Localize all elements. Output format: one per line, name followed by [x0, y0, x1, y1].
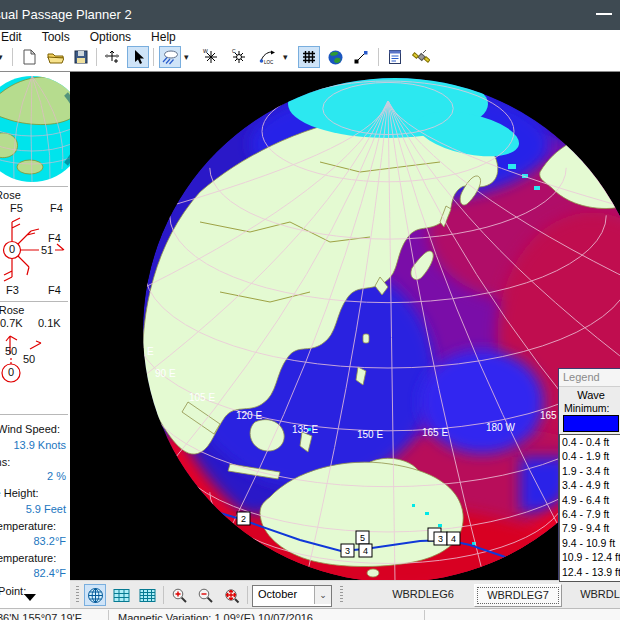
- svg-text:165 E: 165 E: [422, 427, 448, 438]
- status-position: 36'N 155°07.19'E: [0, 612, 82, 620]
- save-button[interactable]: [70, 46, 92, 68]
- wind-rose-icon: W: [202, 48, 220, 66]
- toolbar-overflow-chevron-icon[interactable]: ▾: [0, 52, 3, 62]
- route-line-icon: [353, 49, 369, 65]
- zoom-in-button[interactable]: [168, 584, 190, 606]
- minimize-button[interactable]: [596, 13, 612, 15]
- overview-globe[interactable]: [0, 74, 70, 186]
- stat-air-temp-value: 83.2°F: [0, 535, 66, 547]
- legend-range-item[interactable]: 0.4 - 0.4 ft: [562, 435, 620, 449]
- zoom-extents-button[interactable]: [220, 584, 242, 606]
- main-toolbar: ▾ ▾ W C LOC ▾: [0, 44, 620, 72]
- window-title: Visual Passage Planner 2: [0, 0, 620, 30]
- legend-range-item[interactable]: 6.4 - 7.9 ft: [562, 507, 620, 521]
- month-dropdown-chevron-icon[interactable]: ⌄: [314, 586, 331, 604]
- toolbar-separator: [378, 48, 379, 66]
- globe-grid-icon: [87, 587, 104, 604]
- legend-range-item[interactable]: 9.4 - 10.9 ft: [562, 536, 620, 550]
- new-document-button[interactable]: [18, 46, 40, 68]
- stat-wave-height-value: 5.9 Feet: [0, 503, 66, 515]
- leg-tab-wbrdleg8[interactable]: WBRDLEG8: [566, 584, 620, 605]
- menu-tools[interactable]: Tools: [32, 30, 80, 44]
- legend-range-item[interactable]: 7.9 - 9.4 ft: [562, 521, 620, 535]
- legend-range-item[interactable]: 0.4 - 1.9 ft: [562, 449, 620, 463]
- current-rose-button[interactable]: C: [228, 46, 250, 68]
- sidebar-scroll-down-arrow[interactable]: [24, 594, 36, 601]
- legend-minimum-label: Minimum:: [559, 401, 620, 414]
- legend-series-label: Wave: [559, 387, 620, 401]
- legend-range-item[interactable]: 12.4 - 13.9 ft: [562, 565, 620, 579]
- location-tool-button[interactable]: LOC: [256, 46, 278, 68]
- new-document-icon: [21, 49, 37, 65]
- stat-sea-temp-label: Sea Temperature:: [0, 552, 68, 564]
- open-folder-icon: [47, 49, 64, 65]
- dense-grid-icon: [139, 588, 156, 603]
- report-document-icon: [387, 49, 403, 65]
- stat-calms-value: 2 %: [0, 470, 66, 482]
- legend-range-item[interactable]: 4.9 - 6.4 ft: [562, 493, 620, 507]
- grid-toggle-button[interactable]: [298, 46, 320, 68]
- mercator-map-button[interactable]: [136, 584, 158, 606]
- stat-air-temp-label: Air Temperature:: [0, 520, 68, 532]
- route-tool-button[interactable]: [350, 46, 372, 68]
- flat-map-button[interactable]: [110, 584, 132, 606]
- legend-window[interactable]: Legend Wave Minimum: 0.4 - 0.4 ft0.4 - 1…: [558, 368, 620, 580]
- weather-dropdown-chevron-icon[interactable]: ▾: [184, 52, 189, 62]
- menu-options[interactable]: Options: [80, 30, 141, 44]
- wind-rose-f3: F3: [6, 284, 19, 296]
- toolbar-grip[interactable]: [340, 586, 343, 604]
- current-rose-icon: C: [230, 48, 248, 66]
- svg-text:C: C: [232, 48, 236, 54]
- wind-rose-title: Wind Rose: [0, 189, 68, 201]
- zoom-out-button[interactable]: [194, 584, 216, 606]
- open-file-button[interactable]: [44, 46, 66, 68]
- month-dropdown[interactable]: October ⌄: [252, 585, 332, 607]
- toolbar-grip[interactable]: [76, 586, 79, 604]
- leg-tab-wbrdleg7[interactable]: WBRDLEG7: [474, 584, 562, 607]
- zoom-extents-icon: [223, 587, 240, 604]
- map-view[interactable]: 75 E90 E105 E120 E135 E150 E165 E180 W16…: [70, 72, 620, 580]
- wind-rose-button[interactable]: W: [200, 46, 222, 68]
- current-n2: 50: [23, 353, 35, 365]
- zoom-out-icon: [197, 587, 214, 604]
- svg-text:75 E: 75 E: [133, 346, 154, 357]
- legend-range-item[interactable]: 3.4 - 4.9 ft: [562, 478, 620, 492]
- legend-range-list[interactable]: 0.4 - 0.4 ft0.4 - 1.9 ft1.9 - 3.4 ft3.4 …: [559, 434, 620, 582]
- leg-tab-wbrdleg6[interactable]: WBRDLEG6: [378, 584, 468, 605]
- month-dropdown-value: October: [258, 588, 297, 600]
- application-window: Visual Passage Planner 2 EditToolsOption…: [0, 0, 620, 620]
- current-center: 0: [8, 366, 14, 378]
- location-flag-icon: LOC: [258, 49, 276, 65]
- menu-edit[interactable]: Edit: [0, 30, 32, 44]
- menu-help[interactable]: Help: [141, 30, 186, 44]
- pointer-tool-button[interactable]: [127, 46, 149, 68]
- svg-text:105 E: 105 E: [189, 392, 215, 403]
- legend-range-item[interactable]: 10.9 - 12.4 ft: [562, 550, 620, 564]
- stat-wind-speed-value: 13.9 Knots: [0, 439, 66, 451]
- svg-text:LOC: LOC: [264, 60, 274, 65]
- globe-projection-button[interactable]: [84, 584, 106, 606]
- svg-text:3: 3: [345, 546, 350, 556]
- report-button[interactable]: [384, 46, 406, 68]
- location-dropdown-chevron-icon[interactable]: ▾: [283, 52, 288, 62]
- current-left-value: 0.7K: [0, 317, 23, 329]
- legend-minimum-swatch: [563, 415, 619, 432]
- svg-text:5: 5: [360, 533, 365, 543]
- legend-title[interactable]: Legend: [559, 369, 620, 387]
- stat-wave-height-label: Wave Height:: [0, 487, 68, 499]
- wind-rose-f4-right: F4: [48, 232, 61, 244]
- move-tool-button[interactable]: [101, 46, 123, 68]
- legend-range-item[interactable]: 1.9 - 3.4 ft: [562, 464, 620, 478]
- toolbar-separator: [153, 48, 154, 66]
- toolbar-separator: [163, 586, 164, 604]
- menu-bar: EditToolsOptionsHelp: [0, 30, 620, 44]
- svg-text:4: 4: [363, 546, 368, 556]
- current-right-value: 0.1K: [38, 317, 61, 329]
- svg-text:4: 4: [451, 534, 456, 544]
- weather-overlay-button[interactable]: [159, 46, 181, 68]
- toolbar-separator: [247, 586, 248, 604]
- zoom-in-icon: [171, 587, 188, 604]
- flat-grid-icon: [113, 588, 130, 603]
- globe-view-button[interactable]: [324, 46, 346, 68]
- gps-button[interactable]: [410, 46, 432, 68]
